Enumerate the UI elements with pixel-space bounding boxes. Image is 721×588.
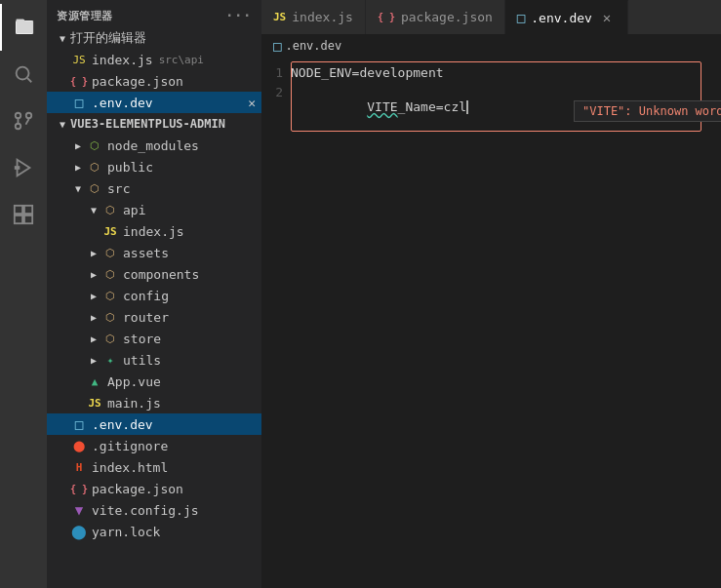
tab-json-icon: { } bbox=[378, 12, 395, 22]
env-icon: □ bbox=[70, 95, 88, 110]
yarn-lock-file[interactable]: ⬤ yarn.lock bbox=[47, 521, 261, 542]
folder-router-icon: ⬡ bbox=[101, 309, 119, 325]
extensions-icon[interactable] bbox=[0, 191, 47, 238]
tab-env-close[interactable]: ✕ bbox=[598, 9, 616, 26]
router-folder[interactable]: ▶ ⬡ router bbox=[47, 306, 261, 328]
line-content-1: NODE_ENV=development bbox=[291, 65, 444, 80]
expand-icon: ▼ bbox=[55, 30, 70, 46]
open-file-index-js[interactable]: JS index.js src\api bbox=[47, 49, 261, 70]
config-folder[interactable]: ▶ ⬡ config bbox=[47, 285, 261, 306]
line-content-2: VITE_Name=czl bbox=[291, 85, 468, 129]
node-modules-folder[interactable]: ▶ ⬡ node_modules bbox=[47, 135, 261, 156]
index-html-file[interactable]: H index.html bbox=[47, 456, 261, 478]
svg-rect-11 bbox=[15, 216, 22, 223]
tab-index-js[interactable]: JS index.js bbox=[261, 0, 366, 34]
error-tooltip-text: "VITE": Unknown word. bbox=[582, 104, 721, 118]
code-line-1: 1 NODE_ENV=development bbox=[261, 65, 721, 85]
svg-rect-10 bbox=[24, 206, 32, 214]
expand-root-icon: ▼ bbox=[55, 116, 70, 132]
folder-config-icon: ⬡ bbox=[101, 288, 119, 303]
expand-api-icon: ▼ bbox=[86, 202, 101, 217]
name-rest: _Name=czl bbox=[398, 99, 466, 114]
json-root-icon: { } bbox=[70, 481, 88, 496]
gitignore-file[interactable]: ⬤ .gitignore bbox=[47, 435, 261, 456]
files-icon[interactable] bbox=[0, 4, 47, 51]
svg-line-2 bbox=[27, 78, 31, 82]
mainjs-icon: JS bbox=[86, 395, 103, 411]
expand-utils-icon: ▶ bbox=[86, 352, 101, 368]
expand-store-icon: ▶ bbox=[86, 331, 101, 346]
open-file-package-json[interactable]: { } package.json bbox=[47, 70, 261, 92]
line-number-2: 2 bbox=[261, 85, 291, 99]
assets-folder[interactable]: ▶ ⬡ assets bbox=[47, 242, 261, 263]
sidebar-title: 资源管理器 bbox=[57, 9, 113, 23]
file-breadcrumb: □ .env.dev bbox=[261, 34, 721, 58]
api-index-js[interactable]: JS index.js bbox=[47, 220, 261, 242]
close-tab-icon[interactable]: ✕ bbox=[248, 96, 256, 110]
tab-env-icon: □ bbox=[517, 10, 525, 25]
store-folder[interactable]: ▶ ⬡ store bbox=[47, 328, 261, 349]
source-control-icon[interactable] bbox=[0, 98, 47, 144]
vite-squiggly: VITE bbox=[367, 99, 397, 114]
package-json-root-file[interactable]: { } package.json bbox=[47, 478, 261, 499]
vite-config-file[interactable]: ▼ vite.config.js bbox=[47, 499, 261, 521]
src-folder[interactable]: ▼ ⬡ src bbox=[47, 177, 261, 199]
json-icon: { } bbox=[70, 73, 88, 89]
html-icon: H bbox=[70, 459, 88, 475]
sidebar-header: 资源管理器 ··· bbox=[47, 0, 261, 27]
tab-package-json[interactable]: { } package.json bbox=[366, 0, 505, 34]
svg-point-1 bbox=[17, 67, 29, 80]
tab-env-dev[interactable]: □ .env.dev ✕ bbox=[505, 0, 628, 34]
app-vue-file[interactable]: ▲ App.vue bbox=[47, 371, 261, 392]
editor-area: □ .env.dev 1 NODE_ENV=development 2 VITE… bbox=[261, 34, 721, 588]
expand-src-icon: ▼ bbox=[70, 180, 86, 196]
more-icon[interactable]: ··· bbox=[225, 8, 252, 23]
folder-node-icon: ⬡ bbox=[86, 137, 103, 153]
gitignore-icon: ⬤ bbox=[70, 438, 88, 453]
svg-rect-8 bbox=[16, 167, 20, 169]
env-dev-root-file[interactable]: □ .env.dev bbox=[47, 413, 261, 435]
sidebar-actions: ··· bbox=[225, 8, 252, 23]
breadcrumb-text: .env.dev bbox=[285, 39, 341, 53]
open-editors-section[interactable]: ▼ 打开的编辑器 bbox=[47, 27, 261, 49]
js-icon: JS bbox=[70, 52, 88, 67]
section-label: 打开的编辑器 bbox=[70, 29, 146, 47]
folder-api-icon: ⬡ bbox=[101, 202, 119, 217]
open-file-env-dev[interactable]: □ .env.dev ✕ bbox=[47, 92, 261, 113]
text-cursor bbox=[466, 100, 468, 114]
search-icon[interactable] bbox=[0, 51, 47, 98]
file-tree: ▼ 打开的编辑器 JS index.js src\api { } package… bbox=[47, 27, 261, 588]
project-name: VUE3-ELEMENTPLUS-ADMIN bbox=[70, 117, 225, 131]
tab-package-json-label: package.json bbox=[401, 10, 493, 24]
components-folder[interactable]: ▶ ⬡ components bbox=[47, 263, 261, 285]
expand-node-icon: ▶ bbox=[70, 137, 86, 153]
editor-panel: JS index.js { } package.json □ .env.dev … bbox=[261, 0, 721, 588]
expand-assets-icon: ▶ bbox=[86, 245, 101, 260]
svg-point-3 bbox=[16, 113, 21, 119]
folder-utils-icon: ✦ bbox=[101, 352, 119, 368]
folder-assets-icon: ⬡ bbox=[101, 245, 119, 260]
breadcrumb-file-icon: □ bbox=[273, 38, 281, 54]
folder-pub-icon: ⬡ bbox=[86, 159, 103, 175]
vite-icon: ▼ bbox=[70, 502, 88, 518]
expand-components-icon: ▶ bbox=[86, 266, 101, 282]
utils-folder[interactable]: ▶ ✦ utils bbox=[47, 349, 261, 371]
expand-config-icon: ▶ bbox=[86, 288, 101, 303]
expand-router-icon: ▶ bbox=[86, 309, 101, 325]
api-folder[interactable]: ▼ ⬡ api bbox=[47, 199, 261, 220]
svg-rect-12 bbox=[24, 216, 32, 223]
debug-icon[interactable] bbox=[0, 144, 47, 191]
sidebar: 资源管理器 ··· ▼ 打开的编辑器 JS index.js src\api {… bbox=[47, 0, 261, 588]
svg-rect-9 bbox=[15, 206, 22, 214]
tab-env-dev-label: .env.dev bbox=[531, 11, 592, 25]
code-editor[interactable]: 1 NODE_ENV=development 2 VITE_Name=czl "… bbox=[261, 58, 721, 588]
js-file-icon: JS bbox=[101, 223, 119, 239]
project-root[interactable]: ▼ VUE3-ELEMENTPLUS-ADMIN bbox=[47, 113, 261, 135]
public-folder[interactable]: ▶ ⬡ public bbox=[47, 156, 261, 177]
tabs-bar: JS index.js { } package.json □ .env.dev … bbox=[261, 0, 721, 34]
vue-icon: ▲ bbox=[86, 373, 103, 389]
code-line-2: 2 VITE_Name=czl bbox=[261, 85, 721, 104]
line-number-1: 1 bbox=[261, 65, 291, 80]
main-js-file[interactable]: JS main.js bbox=[47, 392, 261, 413]
folder-src-icon: ⬡ bbox=[86, 180, 103, 196]
